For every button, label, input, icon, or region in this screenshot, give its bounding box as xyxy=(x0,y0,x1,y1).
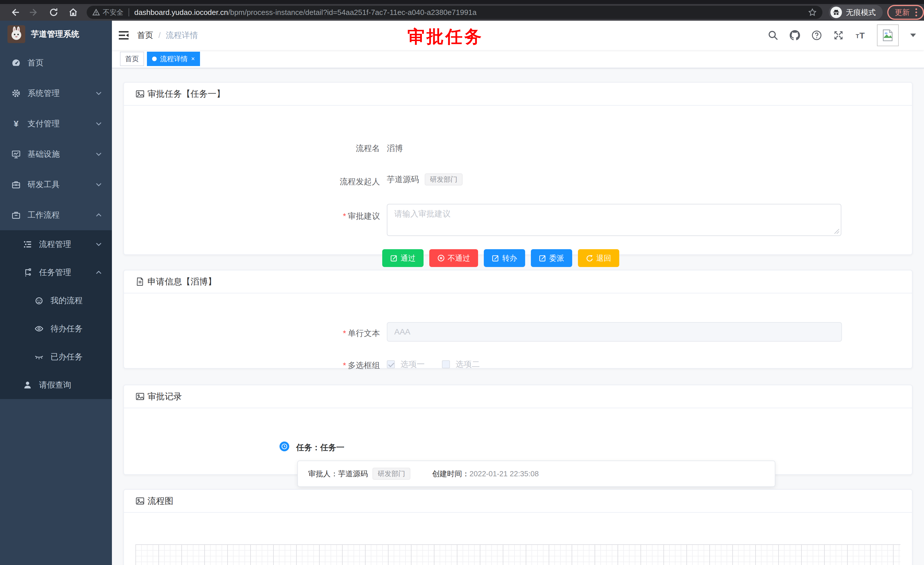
timeline-task-title: 任务：任务一 xyxy=(296,442,344,453)
update-label[interactable]: 更新 xyxy=(895,8,910,18)
sidebar: 芋道管理系统 首页 系统管理 ¥ 支付管理 基础设施 研发工具 工作 xyxy=(0,21,112,565)
fullscreen-icon[interactable] xyxy=(833,30,844,41)
sidebar-item-payment[interactable]: ¥ 支付管理 xyxy=(0,108,112,139)
approve-button[interactable]: 通过 xyxy=(382,249,423,267)
sidebar-item-infra[interactable]: 基础设施 xyxy=(0,139,112,169)
picture-icon xyxy=(135,392,145,401)
main-area: 首页 / 流程详情 TT 首页 流程详情 × xyxy=(112,21,924,565)
app-title: 芋道管理系统 xyxy=(31,29,79,40)
svg-text:T: T xyxy=(860,31,865,40)
tag-active-dot xyxy=(152,57,157,61)
sidebar-item-home[interactable]: 首页 xyxy=(0,48,112,78)
checkbox-group-label: *多选框组 xyxy=(237,360,380,371)
approval-record-item: 审批人： 芋道源码 研发部门 创建时间： 2022-01-21 22:35:08 xyxy=(297,460,776,487)
tag-close-icon[interactable]: × xyxy=(191,56,195,62)
incognito-icon xyxy=(832,9,840,16)
incognito-badge: 无痕模式 xyxy=(829,5,883,20)
avatar-caret-icon[interactable] xyxy=(910,34,916,37)
help-icon[interactable] xyxy=(812,30,822,41)
approver-label: 审批人： xyxy=(308,469,338,479)
search-icon[interactable] xyxy=(768,30,778,41)
browser-menu-icon[interactable] xyxy=(914,7,918,18)
broken-image-icon xyxy=(882,29,894,42)
breadcrumb-home[interactable]: 首页 xyxy=(137,30,153,41)
tag-process-detail[interactable]: 流程详情 × xyxy=(147,52,200,66)
process-name-value: 滔博 xyxy=(387,143,403,154)
forward-icon[interactable] xyxy=(29,8,39,17)
opinion-textarea[interactable]: 请输入审批建议 xyxy=(387,204,842,236)
top-navbar: 首页 / 流程详情 TT xyxy=(112,21,924,50)
security-label[interactable]: 不安全 xyxy=(103,8,123,17)
sidebar-item-workflow[interactable]: 工作流程 xyxy=(0,200,112,230)
sidebar-item-task-mgmt[interactable]: 任务管理 xyxy=(0,258,112,287)
monitor-icon xyxy=(12,150,21,159)
checkbox-option-2[interactable]: 选项二 xyxy=(442,359,480,370)
return-button[interactable]: 退回 xyxy=(578,249,619,267)
sidebar-item-leave-query[interactable]: 请假查询 xyxy=(0,371,112,399)
sidebar-item-label: 支付管理 xyxy=(27,118,60,129)
back-icon[interactable] xyxy=(10,8,20,17)
reject-button[interactable]: 不通过 xyxy=(429,249,478,267)
annotation-text: 审批任务 xyxy=(408,25,483,48)
sidebar-item-system[interactable]: 系统管理 xyxy=(0,78,112,108)
process-diagram-card: 流程图 xyxy=(123,489,912,565)
sidebar-item-label: 系统管理 xyxy=(27,88,60,99)
bpmn-diagram-canvas[interactable] xyxy=(135,544,900,565)
card-title: 审批记录 xyxy=(147,391,182,403)
picture-icon xyxy=(135,496,145,506)
sidebar-item-label: 任务管理 xyxy=(39,267,71,278)
resize-grip-icon[interactable] xyxy=(834,228,840,234)
dept-tag: 研发部门 xyxy=(425,173,463,185)
eye-closed-icon xyxy=(34,352,44,361)
sidebar-item-process-mgmt[interactable]: 流程管理 xyxy=(0,230,112,258)
approval-record-card: 审批记录 任务：任务一 审批人： 芋道源码 研发部门 创建时间： 2022-01… xyxy=(123,385,912,475)
tags-view: 首页 流程详情 × xyxy=(112,50,924,68)
logo-image xyxy=(8,25,25,43)
single-line-input[interactable] xyxy=(387,322,842,342)
delegate-button[interactable]: 委派 xyxy=(531,249,572,267)
dashboard-icon xyxy=(12,58,21,68)
sidebar-item-my-process[interactable]: 我的流程 xyxy=(0,287,112,315)
incognito-label: 无痕模式 xyxy=(846,8,876,18)
card-title: 申请信息【滔博】 xyxy=(147,276,216,288)
screen: 不安全 dashboard.yudao.iocoder.cn/bpm/proce… xyxy=(0,0,924,565)
checkbox-checked-icon xyxy=(387,360,395,368)
sidebar-item-todo-tasks[interactable]: 待办任务 xyxy=(0,315,112,343)
sidebar-item-label: 待办任务 xyxy=(51,323,82,334)
sidebar-item-label: 我的流程 xyxy=(51,295,82,306)
sidebar-item-done-tasks[interactable]: 已办任务 xyxy=(0,343,112,371)
chevron-up-icon xyxy=(96,271,102,274)
bookmark-star-icon[interactable] xyxy=(808,8,817,17)
sidebar-item-label: 已办任务 xyxy=(51,352,82,362)
chevron-down-icon xyxy=(96,92,102,95)
toolbox-icon xyxy=(12,180,21,189)
sidebar-item-label: 工作流程 xyxy=(27,210,60,221)
gear-icon xyxy=(12,89,21,98)
hamburger-icon[interactable] xyxy=(118,29,130,41)
checkbox-option-1[interactable]: 选项一 xyxy=(387,359,425,370)
security-warning-icon xyxy=(92,9,100,16)
github-icon[interactable] xyxy=(790,30,800,41)
svg-text:¥: ¥ xyxy=(14,119,19,128)
avatar[interactable] xyxy=(877,24,899,46)
sidebar-item-label: 研发工具 xyxy=(27,179,60,190)
url-bar[interactable]: 不安全 dashboard.yudao.iocoder.cn/bpm/proce… xyxy=(87,6,822,19)
sidebar-item-devtools[interactable]: 研发工具 xyxy=(0,169,112,200)
create-time-label: 创建时间： xyxy=(432,469,470,479)
text-field-label: *单行文本 xyxy=(237,328,380,339)
browser-update-button[interactable]: 更新 xyxy=(887,5,924,20)
transfer-button[interactable]: 转办 xyxy=(484,249,525,267)
initiator-label: 流程发起人 xyxy=(237,176,380,187)
tag-home[interactable]: 首页 xyxy=(120,52,144,66)
chevron-down-icon xyxy=(96,183,102,186)
app-logo[interactable]: 芋道管理系统 xyxy=(0,21,112,48)
card-title: 流程图 xyxy=(147,495,173,507)
home-icon[interactable] xyxy=(68,8,78,17)
eye-open-icon xyxy=(34,324,44,333)
create-time-value: 2022-01-21 22:35:08 xyxy=(470,469,538,478)
approver-name: 芋道源码 xyxy=(338,469,368,479)
url-text[interactable]: dashboard.yudao.iocoder.cn/bpm/process-i… xyxy=(134,8,477,17)
reload-icon[interactable] xyxy=(49,8,58,17)
font-size-icon[interactable]: TT xyxy=(855,30,866,41)
opinion-label: *审批建议 xyxy=(237,211,380,222)
